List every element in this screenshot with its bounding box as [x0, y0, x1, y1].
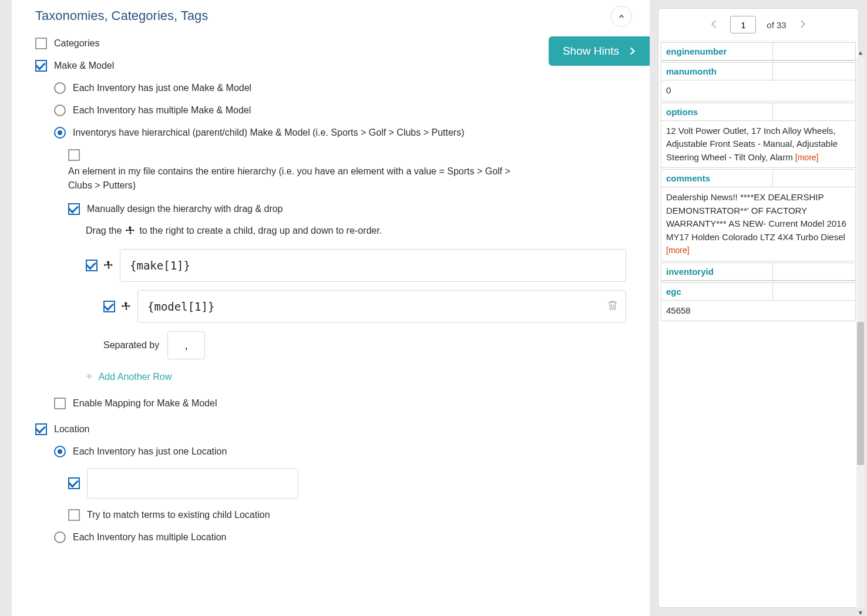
mm-multiple-row: Each Inventory has multiple Make & Model	[54, 105, 626, 116]
mm-hierarchical-label: Inventorys have hierarchical (parent/chi…	[73, 127, 465, 138]
more-link[interactable]: [more]	[666, 245, 690, 255]
section-title: Taxonomies, Categories, Tags	[35, 0, 626, 38]
categories-checkbox[interactable]	[35, 38, 47, 49]
hrow-0-input[interactable]: {make[1]}	[120, 249, 626, 282]
pager-next-button[interactable]	[797, 19, 808, 31]
pager-prev-button[interactable]	[709, 19, 720, 31]
field-value: 0	[661, 80, 855, 101]
mm-multiple-label: Each Inventory has multiple Make & Model	[73, 105, 251, 116]
move-icon	[125, 225, 136, 236]
field-inventoryid: inventoryid	[661, 262, 856, 281]
categories-label: Categories	[54, 38, 99, 49]
loc-single-radio[interactable]	[54, 446, 66, 457]
scroll-track[interactable]	[856, 57, 865, 608]
mm-single-row: Each Inventory has just one Make & Model	[54, 82, 626, 94]
separator-row: Separated by	[103, 331, 626, 359]
loc-single-input-row	[68, 468, 626, 499]
field-options: options 12 Volt Power Outlet, 17 Inch Al…	[661, 103, 856, 169]
loc-single-input[interactable]	[87, 468, 298, 499]
hrow-0-drag-handle[interactable]	[103, 260, 114, 271]
side-panel: of 33 enginenumber manumonth	[650, 0, 867, 616]
scrollbar[interactable]: ▲ ▼	[856, 49, 865, 616]
chevron-right-icon	[627, 46, 637, 56]
more-link[interactable]: [more]	[795, 153, 819, 162]
enable-mapping-label: Enable Mapping for Make & Model	[73, 398, 217, 409]
loc-single-row: Each Inventory has just one Location	[54, 446, 626, 457]
separator-input[interactable]	[167, 331, 205, 359]
pager: of 33	[658, 9, 858, 41]
field-name[interactable]: options	[661, 103, 773, 120]
drag-help-text: Drag the to the right to create a child,…	[86, 225, 626, 236]
loc-multiple-radio[interactable]	[54, 531, 66, 543]
field-value: 45658	[661, 301, 855, 321]
field-value: 12 Volt Power Outlet, 17 Inch Alloy Whee…	[661, 121, 855, 168]
loc-try-match-row: Try to match terms to existing child Loc…	[68, 509, 626, 521]
scroll-down-arrow[interactable]: ▼	[858, 610, 863, 616]
manual-design-label: Manually design the hierarchy with drag …	[87, 204, 283, 214]
loc-try-match-label: Try to match terms to existing child Loc…	[87, 510, 270, 520]
mm-single-label: Each Inventory has just one Make & Model	[73, 83, 251, 93]
hierarchy-row-1: {model[1]}	[103, 290, 626, 323]
hrow-1-checkbox[interactable]	[103, 301, 115, 312]
mm-multiple-radio[interactable]	[54, 105, 66, 116]
hrow-1-drag-handle[interactable]	[121, 301, 132, 312]
add-row-label: Add Another Row	[99, 372, 172, 382]
enable-mapping-checkbox[interactable]	[54, 398, 66, 409]
hierarchy-row-0: {make[1]}	[86, 249, 626, 282]
field-value: Dealership News!! ****EX DEALERSHIP DEMO…	[661, 187, 855, 261]
make-model-row: Make & Model	[35, 60, 626, 72]
mm-hierarchical-row: Inventorys have hierarchical (parent/chi…	[54, 127, 626, 139]
pager-input[interactable]	[730, 16, 756, 33]
main-panel: Taxonomies, Categories, Tags Show Hints …	[12, 0, 650, 616]
contains-hierarchy-text: An element in my file contains the entir…	[68, 164, 515, 193]
scroll-thumb[interactable]	[857, 322, 864, 465]
show-hints-label: Show Hints	[563, 45, 619, 58]
field-name[interactable]: enginenumber	[661, 43, 773, 60]
loc-single-label: Each Inventory has just one Location	[73, 446, 227, 457]
collapse-section-button[interactable]	[611, 6, 632, 27]
loc-single-input-checkbox[interactable]	[68, 477, 80, 489]
hrow-1-input[interactable]: {model[1]}	[137, 290, 626, 323]
loc-multiple-label: Each Inventory has multiple Location	[73, 532, 226, 543]
field-name[interactable]: inventoryid	[661, 263, 773, 280]
manual-design-checkbox[interactable]	[68, 203, 80, 215]
make-model-label: Make & Model	[54, 60, 114, 71]
add-another-row-button[interactable]: + Add Another Row	[86, 370, 626, 383]
show-hints-button[interactable]: Show Hints	[549, 36, 650, 66]
scroll-up-arrow[interactable]: ▲	[858, 49, 863, 56]
loc-try-match-checkbox[interactable]	[68, 509, 80, 521]
field-name[interactable]: comments	[661, 170, 773, 187]
enable-mapping-row: Enable Mapping for Make & Model	[54, 398, 626, 409]
manual-design-row: Manually design the hierarchy with drag …	[68, 203, 626, 215]
plus-icon: +	[86, 370, 93, 383]
make-model-checkbox[interactable]	[35, 60, 47, 72]
field-manumonth: manumonth 0	[661, 62, 856, 102]
contains-hierarchy-row	[68, 149, 626, 161]
field-enginenumber: enginenumber	[661, 42, 856, 61]
mm-single-radio[interactable]	[54, 82, 66, 94]
categories-row: Categories	[35, 38, 626, 49]
field-name[interactable]: egc	[661, 283, 773, 300]
location-checkbox[interactable]	[35, 423, 47, 435]
contains-hierarchy-checkbox[interactable]	[68, 149, 80, 161]
loc-multiple-row: Each Inventory has multiple Location	[54, 531, 626, 543]
delete-row-button[interactable]	[607, 299, 619, 314]
fields-list[interactable]: enginenumber manumonth 0 options	[658, 41, 858, 607]
location-label: Location	[54, 424, 90, 435]
field-name[interactable]: manumonth	[661, 63, 773, 80]
field-comments: comments Dealership News!! ****EX DEALER…	[661, 169, 856, 261]
field-egc: egc 45658	[661, 282, 856, 322]
hrow-0-checkbox[interactable]	[86, 260, 98, 271]
location-row: Location	[35, 423, 626, 435]
separator-label: Separated by	[103, 340, 159, 351]
pager-of-label: of 33	[767, 20, 786, 30]
mm-hierarchical-radio[interactable]	[54, 127, 66, 139]
chevron-up-icon	[617, 12, 626, 21]
